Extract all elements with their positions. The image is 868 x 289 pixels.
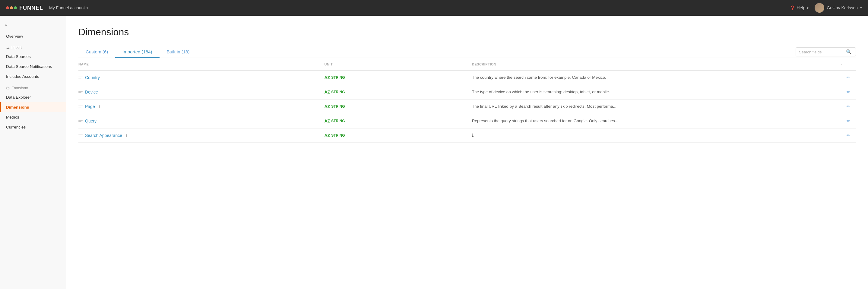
info-icon[interactable]: ℹ <box>472 133 473 138</box>
unit-az: AZ <box>324 90 330 94</box>
logo: FUNNEL <box>6 5 43 11</box>
topnav-right: ❓ Help ▾ Gustav Karlsson ▾ <box>790 3 862 13</box>
table-row: Query AZ STRING Represents the query str… <box>79 114 856 128</box>
edit-icon[interactable]: ✏ <box>846 104 850 109</box>
topnav-left: FUNNEL My Funnel account ▾ <box>6 5 88 11</box>
help-label: Help <box>797 5 805 10</box>
help-button[interactable]: ❓ Help ▾ <box>790 5 809 10</box>
unit-az: AZ <box>324 133 330 138</box>
logo-dot-red <box>6 6 9 9</box>
sidebar-item-dimensions[interactable]: Dimensions <box>0 102 66 112</box>
cloud-icon: ☁ <box>6 46 10 50</box>
dimension-name[interactable]: Page <box>85 104 95 109</box>
sidebar-item-label: Data Sources <box>6 54 31 59</box>
sidebar-item-data-explorer[interactable]: Data Explorer <box>0 92 66 102</box>
unit-az: AZ <box>324 104 330 109</box>
dimension-name[interactable]: Query <box>85 119 96 123</box>
cell-name-country: Country <box>79 75 324 80</box>
chevron-down-icon: ▾ <box>860 6 862 10</box>
line-icon-1 <box>79 91 83 92</box>
header-action: - <box>841 61 856 67</box>
cell-action-device: ✏ <box>841 89 856 95</box>
sidebar-item-data-sources[interactable]: Data Sources <box>0 52 66 61</box>
sidebar-item-included-accounts[interactable]: Included Accounts <box>0 71 66 82</box>
table-row: Device AZ STRING The type of device on w… <box>79 85 856 99</box>
cell-action-country: ✏ <box>841 75 856 80</box>
sidebar-item-label: Currencies <box>6 125 26 129</box>
tabs-bar: Custom (6) Imported (184) Built in (18) … <box>79 46 856 58</box>
logo-dots <box>6 6 17 9</box>
table-row: Country AZ STRING The country where the … <box>79 70 856 85</box>
sidebar: « Overview ☁ Import Data Sources Data So… <box>0 16 66 289</box>
unit-label: STRING <box>331 105 345 109</box>
edit-icon[interactable]: ✏ <box>846 89 850 95</box>
tab-custom[interactable]: Custom (6) <box>79 46 115 58</box>
import-section-label: Import <box>11 46 22 50</box>
sidebar-section-transform: ⚙ Transform <box>0 82 66 92</box>
tab-builtin[interactable]: Built in (18) <box>159 46 197 58</box>
page-title: Dimensions <box>79 27 856 38</box>
cell-name-device: Device <box>79 90 324 94</box>
info-icon[interactable]: ℹ <box>126 133 127 138</box>
logo-text: FUNNEL <box>19 5 43 11</box>
chevron-down-icon: ▾ <box>87 6 88 10</box>
sidebar-item-label: Data Source Notifications <box>6 64 52 69</box>
unit-az: AZ <box>324 119 330 123</box>
account-label: My Funnel account <box>49 5 85 10</box>
cell-action-search-appearance: ✏ <box>841 133 856 138</box>
edit-icon[interactable]: ✏ <box>846 75 850 80</box>
cell-desc-query: Represents the query strings that users … <box>472 118 841 124</box>
chevron-down-icon: ▾ <box>807 6 809 10</box>
dimension-name[interactable]: Country <box>85 75 100 80</box>
line-icon-2 <box>79 107 82 107</box>
row-icon <box>79 120 83 122</box>
row-icon <box>79 106 83 107</box>
dimension-name[interactable]: Device <box>85 90 98 94</box>
header-description: DESCRIPTION <box>472 61 841 67</box>
cell-name-query: Query <box>79 119 324 123</box>
main-content: Dimensions Custom (6) Imported (184) Bui… <box>66 16 868 289</box>
cell-unit-search-appearance: AZ STRING <box>324 133 472 138</box>
line-icon-2 <box>79 136 82 136</box>
edit-icon[interactable]: ✏ <box>846 133 850 138</box>
line-icon-1 <box>79 106 83 106</box>
cell-unit-query: AZ STRING <box>324 119 472 123</box>
sidebar-item-label: Dimensions <box>6 105 29 110</box>
line-icon-1 <box>79 135 83 135</box>
topnav: FUNNEL My Funnel account ▾ ❓ Help ▾ Gust… <box>0 0 868 16</box>
logo-dot-orange <box>10 6 13 9</box>
cell-name-search-appearance: Search Appearance ℹ <box>79 133 324 138</box>
tab-custom-label: Custom (6) <box>86 49 108 54</box>
table-row: Search Appearance ℹ AZ STRING ℹ ✏ <box>79 128 856 143</box>
dimensions-table: NAME UNIT DESCRIPTION - Country AZ STRIN… <box>79 58 856 143</box>
tab-imported[interactable]: Imported (184) <box>115 46 159 58</box>
tab-builtin-label: Built in (18) <box>167 49 190 54</box>
header-name: NAME <box>79 61 324 67</box>
search-box[interactable]: 🔍 <box>796 47 856 56</box>
cell-desc-device: The type of device on which the user is … <box>472 89 841 95</box>
search-input[interactable] <box>799 50 844 54</box>
unit-label: STRING <box>331 119 345 123</box>
unit-label: STRING <box>331 133 345 138</box>
line-icon-2 <box>79 121 82 122</box>
user-menu-button[interactable]: Gustav Karlsson ▾ <box>815 3 862 13</box>
sidebar-item-data-source-notifications[interactable]: Data Source Notifications <box>0 61 66 71</box>
cell-action-query: ✏ <box>841 118 856 124</box>
line-icon-2 <box>79 78 82 79</box>
edit-icon[interactable]: ✏ <box>846 118 850 124</box>
info-icon[interactable]: ℹ <box>99 105 100 109</box>
cell-unit-country: AZ STRING <box>324 75 472 80</box>
sidebar-item-currencies[interactable]: Currencies <box>0 122 66 132</box>
sidebar-collapse-button[interactable]: « <box>0 19 66 31</box>
table-header: NAME UNIT DESCRIPTION - <box>79 58 856 70</box>
account-selector[interactable]: My Funnel account ▾ <box>49 5 88 10</box>
sidebar-item-metrics[interactable]: Metrics <box>0 112 66 122</box>
sidebar-item-label: Metrics <box>6 115 19 119</box>
sidebar-item-label: Overview <box>6 34 23 39</box>
unit-label: STRING <box>331 90 345 94</box>
cell-desc-country: The country where the search came from; … <box>472 75 841 81</box>
sidebar-item-overview[interactable]: Overview <box>0 31 66 41</box>
avatar <box>815 3 824 13</box>
dimension-name[interactable]: Search Appearance <box>85 133 122 138</box>
sidebar-section-import: ☁ Import <box>0 41 66 52</box>
